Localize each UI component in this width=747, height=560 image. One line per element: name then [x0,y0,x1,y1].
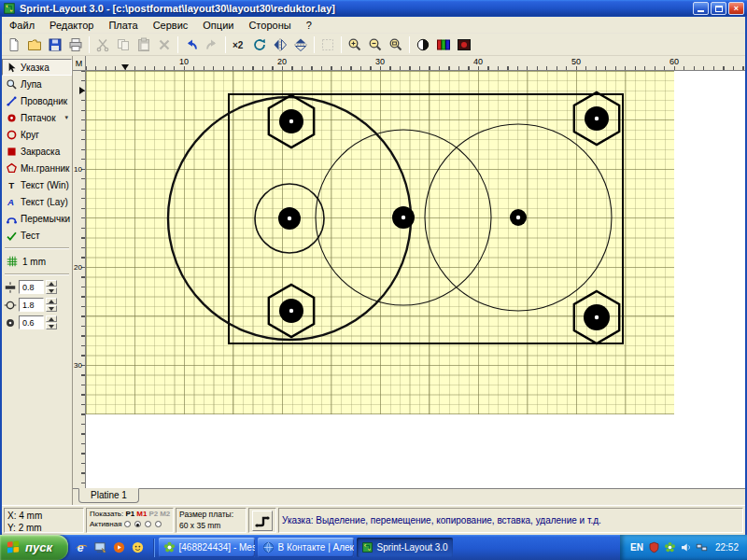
drill-hole[interactable] [288,217,291,220]
language-indicator[interactable]: EN [630,542,643,553]
layer-p1[interactable]: P1 [125,510,134,518]
scale-x2-button[interactable]: ×2 [229,35,249,55]
layer-m1[interactable]: M1 [136,510,147,518]
open-button[interactable] [24,35,45,55]
menu-item-6[interactable]: ? [299,18,319,33]
pcb-drawing[interactable] [86,71,745,488]
hint-panel: Указка: Выделение, перемещение, копирова… [278,508,743,533]
app-icon[interactable] [3,2,16,15]
layer-m2[interactable]: M2 [160,510,170,518]
zoom-out-button[interactable] [365,35,386,55]
paste-button [134,35,154,55]
start-button[interactable]: пуск [0,535,68,560]
contrast-button[interactable] [413,35,433,55]
tool-conductor[interactable]: Проводник [2,92,72,109]
maximize-button[interactable] [711,2,726,15]
active-layer-label: Активная [90,520,122,528]
pad-size-value[interactable]: 1.8 [19,298,44,312]
tool-fill[interactable]: Закраска [2,143,72,160]
undo-button[interactable] [181,35,202,55]
quicklaunch-media-player[interactable] [112,540,126,554]
tool-label: Закраска [21,147,60,157]
tray-network-icon[interactable] [696,541,708,553]
track-width-value[interactable]: 0.8 [19,280,44,294]
tray-antivirus-icon[interactable] [648,541,660,553]
tool-polygon[interactable]: Мн.гранник [2,160,72,176]
rotate-button[interactable] [249,35,270,55]
print-button[interactable] [65,35,86,55]
tool-text-lay[interactable]: AТекст (Lay) [2,193,72,210]
layer-p2[interactable]: P2 [148,510,158,518]
zoom-board-button[interactable] [386,35,406,55]
ruler-unit-corner: M [73,56,86,71]
tool-zoom[interactable]: Лупа [2,76,72,92]
menu-item-5[interactable]: Стороны [241,18,298,33]
drill-hole[interactable] [289,309,293,313]
tray-flower-icon[interactable] [664,541,676,553]
drill-up-button[interactable] [46,315,57,322]
delete-button [154,35,175,55]
tool-test[interactable]: Тест [2,227,72,244]
active-layer-radio-m1[interactable] [134,521,141,527]
save-button[interactable] [45,35,65,55]
grid-setting[interactable]: 1 mm [2,253,72,270]
top-ruler-number: 10 [179,57,189,66]
tool-label: Текст (Lay) [21,197,68,207]
canvas[interactable] [86,71,745,488]
quicklaunch-internet-explorer[interactable]: e [75,540,89,554]
tool-circle[interactable]: Круг [2,126,72,143]
track-width-up-button[interactable] [46,280,57,287]
tool-text-win[interactable]: TТекст (Win) [2,176,72,193]
drill-down-button[interactable] [46,323,57,329]
drill-hole[interactable] [402,216,405,219]
layer-colors-button[interactable] [433,35,454,55]
task-button-1[interactable]: В Контакте | Алексе... [258,538,354,557]
active-layer-radio-p1[interactable] [124,521,131,527]
close-button[interactable]: × [728,2,744,15]
menu-item-2[interactable]: Плата [101,18,145,33]
mirror-horizontal-button[interactable] [270,35,290,55]
bend-mode-button[interactable] [252,511,273,531]
left-ruler: 102030 [73,71,86,488]
drill-hole[interactable] [595,117,599,120]
pad-size-up-button[interactable] [46,298,57,304]
tab-platine-1[interactable]: Platine 1 [78,488,139,503]
task-button-0[interactable]: [468824434] - Messa... [159,538,255,557]
menu-item-4[interactable]: Опции [195,18,241,33]
photoview-button[interactable] [454,35,474,55]
taskbar-divider [153,539,155,557]
menu-item-0[interactable]: Файл [2,18,42,33]
pad-size-spinner: 1.8 [2,297,72,313]
tool-label: Пятачок [21,113,56,123]
drill-hole[interactable] [289,119,293,123]
menu-item-1[interactable]: Редактор [42,18,101,33]
tool-pad[interactable]: Пятачок▾ [2,109,72,126]
tool-pointer[interactable]: Указка [2,59,72,76]
circletool-icon [6,129,18,141]
tool-jumpers[interactable]: Перемычки [2,210,72,227]
undo-icon [184,37,199,52]
active-layer-radio-m2[interactable] [155,521,162,527]
pad-size-down-button[interactable] [46,305,57,312]
up-arrow-icon [49,282,54,286]
quicklaunch-show-desktop[interactable] [93,540,107,554]
mirror-vertical-button[interactable] [290,35,311,55]
zoom-in-button[interactable] [345,35,365,55]
track-width-down-button[interactable] [46,287,57,294]
scale-x2-icon: ×2 [232,37,247,52]
show-label: Показать: [90,510,123,518]
drill-hole[interactable] [516,216,520,219]
grid-icon [6,255,19,268]
dropdown-arrow-icon[interactable]: ▾ [64,114,68,121]
drill-value[interactable]: 0.6 [19,315,44,329]
minimize-button[interactable] [693,2,709,15]
tray-volume-icon[interactable] [680,541,692,553]
tool-panel: УказкаЛупаПроводникПятачок▾КругЗакраскаМ… [2,56,73,505]
drill-hole[interactable] [595,315,599,319]
active-layer-radio-p2[interactable] [145,521,151,527]
quicklaunch-qip[interactable] [131,540,145,554]
new-button[interactable] [4,35,24,55]
menu-item-3[interactable]: Сервис [146,18,196,33]
browser-icon [262,541,275,553]
task-button-2[interactable]: Sprint-Layout 3.0 [357,538,453,557]
